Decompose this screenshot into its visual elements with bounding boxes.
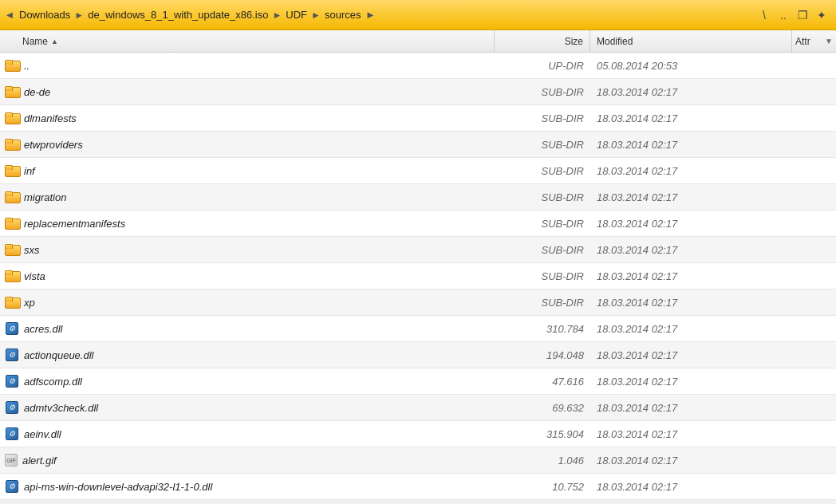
file-modified: 18.03.2014 02:17: [590, 112, 792, 124]
table-row[interactable]: replacementmanifests SUB-DIR 18.03.2014 …: [0, 211, 836, 237]
file-name: replacementmanifests: [0, 218, 495, 230]
file-modified: 18.03.2014 02:17: [590, 349, 792, 361]
dll-icon: [5, 348, 19, 362]
dots-icon[interactable]: ..: [775, 7, 791, 23]
file-name-text: dlmanifests: [24, 112, 77, 124]
file-size: 10.752: [495, 481, 590, 493]
file-name: dlmanifests: [0, 112, 495, 124]
file-name-text: ..: [24, 60, 30, 72]
breadcrumb-sources[interactable]: sources: [321, 7, 365, 22]
table-row[interactable]: sxs SUB-DIR 18.03.2014 02:17: [0, 237, 836, 263]
folder-icon: [5, 297, 19, 309]
breadcrumb-udf[interactable]: UDF: [282, 7, 310, 22]
file-name: aeinv.dll: [0, 427, 495, 441]
file-list-container: .. UP-DIR 05.08.2014 20:53 de-de SUB-DIR…: [0, 53, 836, 504]
back-arrow[interactable]: ◄: [5, 10, 14, 20]
file-size: 194.048: [495, 349, 590, 361]
file-modified: 18.03.2014 02:17: [590, 455, 792, 467]
table-row[interactable]: adfscomp.dll 47.616 18.03.2014 02:17: [0, 368, 836, 395]
column-headers: Name ▲ Size Modified Attr ▼: [0, 30, 836, 53]
file-name: xp: [0, 297, 495, 309]
table-row[interactable]: .. UP-DIR 05.08.2014 20:53: [0, 53, 836, 79]
file-size: 47.616: [495, 376, 590, 388]
dll-icon: [5, 400, 19, 415]
file-modified: 18.03.2014 02:17: [590, 139, 792, 151]
backslash-icon[interactable]: \: [756, 7, 772, 23]
folder-icon: [5, 60, 19, 72]
window-icon[interactable]: ❐: [795, 7, 810, 23]
file-modified: 18.03.2014 02:17: [590, 191, 792, 203]
file-name-text: replacementmanifests: [24, 218, 125, 230]
file-modified: 18.03.2014 02:17: [590, 86, 792, 98]
table-row[interactable]: actionqueue.dll 194.048 18.03.2014 02:17: [0, 342, 836, 368]
table-row[interactable]: acres.dll 310.784 18.03.2014 02:17: [0, 316, 836, 342]
table-row[interactable]: inf SUB-DIR 18.03.2014 02:17: [0, 158, 836, 184]
file-name: etwproviders: [0, 139, 495, 151]
file-name: api-ms-win-downlevel-advapi32-l1-1-0.dll: [0, 479, 495, 494]
file-name-text: de-de: [24, 86, 50, 98]
dll-icon: [5, 374, 19, 388]
file-modified: 18.03.2014 02:17: [590, 376, 792, 388]
col-attr-header[interactable]: Attr ▼: [792, 30, 836, 52]
file-name-text: api-ms-win-downlevel-advapi32-l1-1-0.dll: [24, 481, 212, 493]
file-modified: 18.03.2014 02:17: [590, 244, 792, 256]
file-name-text: actionqueue.dll: [24, 349, 93, 361]
file-name-text: aeinv.dll: [24, 428, 61, 440]
file-name-text: inf: [24, 165, 35, 177]
file-name: admtv3check.dll: [0, 400, 495, 415]
col-name-header[interactable]: Name ▲: [0, 30, 495, 52]
file-size: 1.046: [495, 455, 590, 467]
file-name-text: etwproviders: [24, 139, 83, 151]
table-row[interactable]: aeinv.dll 315.904 18.03.2014 02:17: [0, 421, 836, 447]
dll-icon: [5, 479, 19, 494]
table-row[interactable]: vista SUB-DIR 18.03.2014 02:17: [0, 263, 836, 289]
file-size: SUB-DIR: [495, 191, 590, 203]
file-name: migration: [0, 191, 495, 203]
star-icon[interactable]: ✦: [814, 7, 830, 23]
file-modified: 18.03.2014 02:17: [590, 270, 792, 282]
file-modified: 05.08.2014 20:53: [590, 60, 792, 72]
file-modified: 18.03.2014 02:17: [590, 428, 792, 440]
table-row[interactable]: admtv3check.dll 69.632 18.03.2014 02:17: [0, 395, 836, 421]
file-name-text: acres.dll: [24, 323, 62, 335]
file-modified: 18.03.2014 02:17: [590, 165, 792, 177]
breadcrumb: ◄ Downloads ► de_windows_8_1_with_update…: [3, 0, 756, 30]
file-name: inf: [0, 165, 495, 177]
table-row[interactable]: dlmanifests SUB-DIR 18.03.2014 02:17: [0, 105, 836, 132]
file-size: SUB-DIR: [495, 218, 590, 230]
breadcrumb-sep-3: ►: [311, 10, 321, 21]
folder-icon: [5, 270, 19, 282]
file-list[interactable]: .. UP-DIR 05.08.2014 20:53 de-de SUB-DIR…: [0, 53, 836, 504]
table-row[interactable]: api-ms-win-downlevel-advapi32-l1-1-0.dll…: [0, 474, 836, 500]
file-name: GIF alert.gif: [0, 454, 495, 467]
file-size: SUB-DIR: [495, 139, 590, 151]
col-size-header[interactable]: Size: [495, 30, 590, 52]
folder-icon: [5, 244, 19, 256]
folder-icon: [5, 112, 19, 124]
table-row[interactable]: de-de SUB-DIR 18.03.2014 02:17: [0, 79, 836, 105]
file-size: SUB-DIR: [495, 244, 590, 256]
file-name-text: migration: [24, 191, 66, 203]
folder-icon: [5, 165, 19, 177]
file-size: UP-DIR: [495, 60, 590, 72]
folder-icon: [5, 191, 19, 203]
forward-arrow[interactable]: ►: [365, 10, 375, 20]
table-row[interactable]: GIF alert.gif 1.046 18.03.2014 02:17: [0, 447, 836, 474]
table-row[interactable]: etwproviders SUB-DIR 18.03.2014 02:17: [0, 132, 836, 158]
sort-arrow: ▲: [51, 37, 58, 45]
attr-sort-arrow: ▼: [825, 37, 833, 45]
file-modified: 18.03.2014 02:17: [590, 481, 792, 493]
table-row[interactable]: xp SUB-DIR 18.03.2014 02:17: [0, 289, 836, 316]
dll-icon: [5, 321, 19, 336]
title-bar: ◄ Downloads ► de_windows_8_1_with_update…: [0, 0, 836, 30]
file-modified: 18.03.2014 02:17: [590, 323, 792, 335]
file-size: SUB-DIR: [495, 86, 590, 98]
breadcrumb-downloads[interactable]: Downloads: [16, 7, 73, 22]
col-modified-header[interactable]: Modified: [590, 30, 792, 52]
file-name-text: vista: [24, 270, 45, 282]
file-name: acres.dll: [0, 321, 495, 336]
table-row[interactable]: migration SUB-DIR 18.03.2014 02:17: [0, 184, 836, 211]
file-name: actionqueue.dll: [0, 348, 495, 362]
breadcrumb-iso[interactable]: de_windows_8_1_with_update_x86.iso: [85, 7, 271, 22]
file-name: adfscomp.dll: [0, 374, 495, 388]
